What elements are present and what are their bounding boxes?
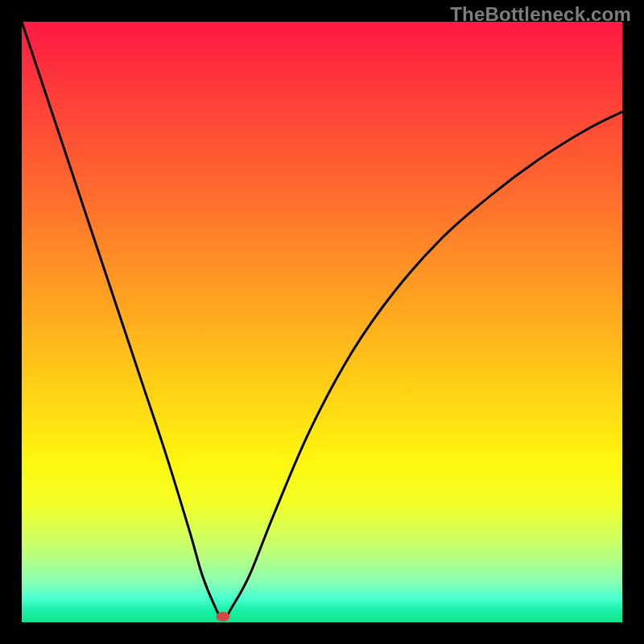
bottleneck-curve-path bbox=[22, 22, 622, 619]
minimum-marker bbox=[216, 612, 229, 621]
chart-frame: TheBottleneck.com bbox=[0, 0, 644, 644]
plot-area bbox=[22, 22, 622, 622]
curve-svg bbox=[22, 22, 622, 622]
